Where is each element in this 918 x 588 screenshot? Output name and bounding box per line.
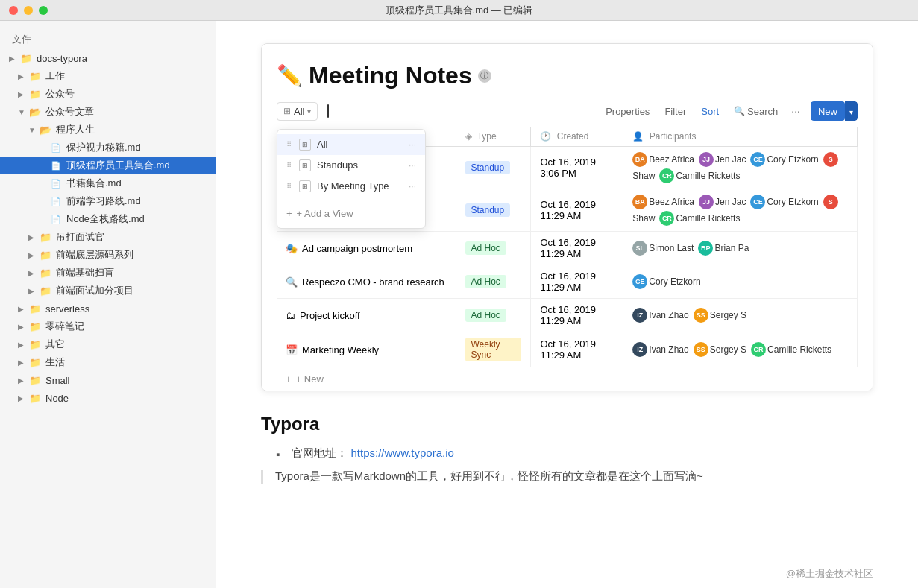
more-options-button[interactable]: ··· (787, 102, 805, 120)
sidebar-item-docs-typora[interactable]: ▶ 📁 docs-typora (0, 49, 216, 67)
table-cell-type: Standup (456, 189, 531, 232)
participant-name: Ivan Zhao (649, 310, 688, 320)
typora-link[interactable]: https://www.typora.io (351, 446, 454, 459)
avatar: S (823, 195, 838, 209)
type-tag: Weekly Sync (465, 338, 522, 361)
notion-page-title: Meeting Notes (309, 62, 472, 89)
col-participants[interactable]: 👤 Participants (623, 127, 858, 147)
maximize-button[interactable] (39, 6, 48, 15)
properties-button[interactable]: Properties (600, 103, 656, 120)
arrow-icon: ▶ (18, 394, 28, 402)
avatar: SL (632, 241, 647, 256)
titlebar: 顶级程序员工具集合.md — 已编辑 (0, 0, 918, 21)
sidebar-item-public[interactable]: ▶ 📁 公众号 (0, 85, 216, 103)
type-tag: Ad Hoc (465, 241, 506, 255)
sidebar-item-zero-notes[interactable]: ▶ 📁 零碎笔记 (0, 317, 216, 335)
dropdown-item-standups[interactable]: ⠿ ⊞ Standups ··· (277, 155, 425, 176)
sidebar-item-books[interactable]: ▶ 📄 书籍集合.md (0, 174, 216, 192)
col-type[interactable]: ◈ Type (456, 127, 531, 147)
sidebar-item-serverless[interactable]: ▶ 📁 serverless (0, 300, 216, 317)
sidebar-item-label: Node全栈路线.md (66, 212, 145, 226)
drag-handle-icon: ⠿ (286, 182, 292, 190)
file-icon: 📄 (49, 195, 63, 208)
list-item: 官网地址： https://www.typora.io (276, 446, 873, 461)
sidebar-item-interview[interactable]: ▶ 📁 吊打面试官 (0, 228, 216, 246)
folder-icon: 📁 (39, 266, 52, 279)
sidebar-item-work[interactable]: ▶ 📁 工作 (0, 67, 216, 85)
participant-name: Shaw (632, 171, 655, 181)
view-selector[interactable]: ⊞ All ▾ (277, 102, 318, 121)
type-tag: Standup (465, 161, 511, 174)
footer-text: @稀土掘金技术社区 (786, 568, 873, 579)
minimize-button[interactable] (24, 6, 33, 15)
grid-icon: ⊞ (283, 106, 291, 116)
info-icon[interactable]: ⓘ (478, 69, 491, 83)
sidebar-item-frontend-learn[interactable]: ▶ 📄 前端学习路线.md (0, 192, 216, 210)
drag-handle-icon: ⠿ (286, 140, 292, 148)
close-button[interactable] (9, 6, 18, 15)
sidebar-item-label: 生活 (45, 355, 65, 369)
arrow-icon: ▶ (9, 54, 19, 63)
search-button[interactable]: 🔍 Search (728, 103, 784, 120)
sidebar-item-label: 顶级程序员工具集合.md (66, 159, 170, 172)
participant-name: Sergey S (710, 344, 746, 355)
main-layout: 文件 ▶ 📁 docs-typora ▶ 📁 工作 ▶ 📁 公众号 ▼ 📂 公众… (0, 21, 918, 588)
notion-title-icon: ✏️ (277, 63, 303, 88)
sidebar-item-frontend-source[interactable]: ▶ 📁 前端底层源码系列 (0, 246, 216, 264)
sidebar-item-label: 书籍集合.md (66, 177, 122, 190)
avatar-group: SLSimon LastBPBrian Pa (632, 241, 848, 256)
sidebar-item-vision[interactable]: ▶ 📄 保护视力秘籍.md (0, 139, 216, 157)
new-button[interactable]: New (811, 101, 845, 121)
table-row[interactable]: 🔍Respeczo CMO - brand researchAd HocOct … (277, 265, 858, 299)
cursor-indicator (321, 102, 336, 120)
avatar: IZ (632, 342, 647, 357)
table-cell-type: Weekly Sync (456, 332, 531, 367)
participant-name: Brian Pa (714, 243, 749, 253)
sidebar-item-frontend-basic[interactable]: ▶ 📁 前端基础扫盲 (0, 264, 216, 282)
more-options-icon[interactable]: ··· (409, 181, 416, 192)
more-options-icon[interactable]: ··· (409, 139, 416, 150)
dropdown-item-all[interactable]: ⠿ ⊞ All ··· (277, 134, 425, 155)
table-cell-type: Ad Hoc (456, 232, 531, 265)
sidebar-item-frontend-bonus[interactable]: ▶ 📁 前端面试加分项目 (0, 282, 216, 300)
more-options-icon[interactable]: ··· (409, 160, 416, 171)
sidebar-item-fullstack[interactable]: ▶ 📄 Node全栈路线.md (0, 210, 216, 228)
arrow-icon: ▼ (18, 108, 28, 116)
table-row[interactable]: 📅Marketing WeeklyWeekly SyncOct 16, 2019… (277, 332, 858, 367)
participant-name: Beez Africa (649, 154, 694, 165)
table-row[interactable]: 🎭Ad campaign postmortemAd HocOct 16, 201… (277, 232, 858, 265)
created-col-label: Created (557, 131, 589, 142)
sidebar-item-programmers-life[interactable]: ▼ 📂 程序人生 (0, 121, 216, 139)
sort-button[interactable]: Sort (695, 103, 725, 120)
dropdown-item-label: By Meeting Type (317, 180, 403, 192)
avatar-group: IZIvan ZhaoSSSergey S (632, 308, 848, 323)
sidebar-item-label: 工作 (45, 69, 65, 83)
dropdown-item-by-meeting-type[interactable]: ⠿ ⊞ By Meeting Type ··· (277, 176, 425, 197)
col-created[interactable]: 🕐 Created (531, 127, 623, 147)
new-dropdown-arrow[interactable]: ▾ (845, 101, 858, 121)
new-button-group: New ▾ (811, 101, 858, 121)
arrow-icon: ▶ (18, 72, 28, 80)
add-new-row[interactable]: + + New (277, 367, 858, 391)
add-view-button[interactable]: + + Add a View (277, 203, 425, 224)
window-title: 顶级程序员工具集合.md — 已编辑 (386, 4, 533, 17)
arrow-icon: ▶ (28, 233, 39, 241)
participant-name: Cory Etzkorn (767, 154, 818, 165)
sidebar-item-public-articles[interactable]: ▼ 📂 公众号文章 (0, 103, 216, 121)
sidebar-item-life[interactable]: ▶ 📁 生活 (0, 353, 216, 371)
created-value: Oct 16, 2019 11:29 AM (540, 237, 595, 259)
sidebar-item-node[interactable]: ▶ 📁 Node (0, 389, 216, 407)
avatar: CR (659, 211, 674, 226)
sidebar-item-label: 零碎笔记 (45, 320, 84, 333)
avatar: JJ (699, 195, 714, 209)
table-cell-created: Oct 16, 2019 11:29 AM (531, 332, 623, 367)
filter-button[interactable]: Filter (658, 103, 692, 120)
participant-name: Cory Etzkorn (767, 197, 818, 207)
sidebar-item-small[interactable]: ▶ 📁 Small (0, 371, 216, 389)
arrow-icon: ▶ (18, 341, 28, 349)
participants-col-icon: 👤 (632, 131, 644, 142)
sidebar-item-other[interactable]: ▶ 📁 其它 (0, 335, 216, 353)
participant-name: Camille Ricketts (676, 213, 740, 224)
sidebar-item-tools[interactable]: ▶ 📄 顶级程序员工具集合.md (0, 157, 216, 174)
table-row[interactable]: 🗂Project kickoffAd HocOct 16, 2019 11:29… (277, 299, 858, 332)
